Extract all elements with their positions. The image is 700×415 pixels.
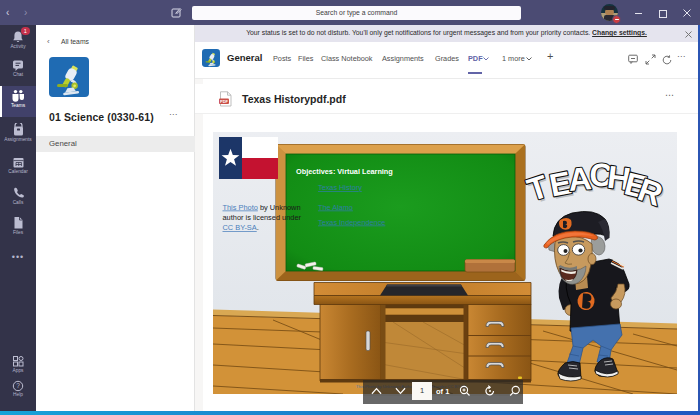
svg-text:?: ? xyxy=(16,382,20,389)
svg-text:PDF: PDF xyxy=(220,99,229,104)
svg-text:The Alamo: The Alamo xyxy=(318,203,353,212)
svg-text:This Photo by Unknown: This Photo by Unknown xyxy=(223,203,301,212)
svg-text:Texas Independence: Texas Independence xyxy=(318,218,385,227)
svg-text:CC BY-SA.: CC BY-SA. xyxy=(223,223,259,232)
svg-text:Texas History: Texas History xyxy=(318,183,362,192)
svg-text:author is licensed under: author is licensed under xyxy=(223,213,302,222)
svg-text:Objectives: Virtual Learning: Objectives: Virtual Learning xyxy=(296,167,393,176)
